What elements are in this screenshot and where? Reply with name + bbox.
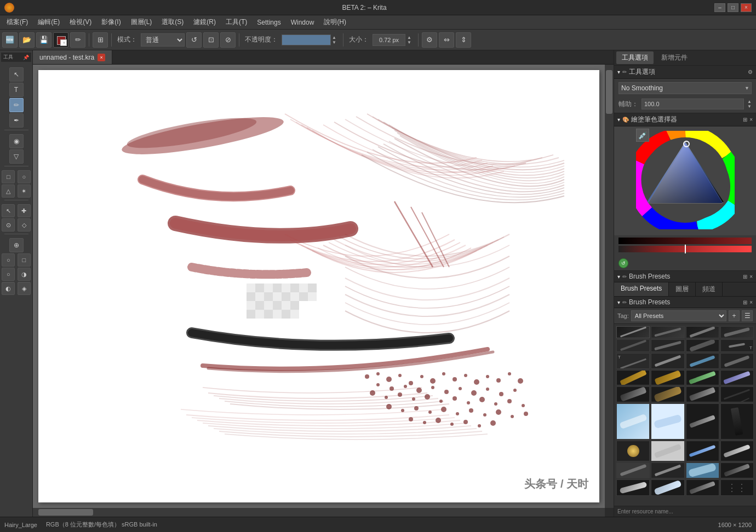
save-file-button[interactable]: 💾: [36, 32, 51, 48]
brush-preset-item[interactable]: [651, 370, 684, 385]
menu-settings[interactable]: Settings: [253, 18, 285, 27]
gradient-tool[interactable]: ▽: [9, 149, 24, 164]
rect-tool[interactable]: □: [2, 170, 15, 183]
brush-preset-item[interactable]: [686, 339, 719, 352]
tab-tool-options[interactable]: 工具選項: [616, 51, 654, 64]
menu-filter[interactable]: 濾鏡(R): [189, 16, 220, 28]
size-down[interactable]: ▼: [407, 40, 415, 45]
menu-window[interactable]: Window: [287, 18, 319, 27]
brush-preset-item[interactable]: [616, 339, 650, 352]
opacity-up[interactable]: ▲: [332, 35, 340, 40]
brush-preset-item[interactable]: [616, 386, 650, 403]
brush-tab-layers[interactable]: 圖層: [669, 282, 696, 296]
text-tool[interactable]: T: [9, 83, 24, 97]
brush-presets-close[interactable]: ×: [749, 274, 753, 280]
opacity-down[interactable]: ▼: [332, 40, 340, 45]
maximize-button[interactable]: □: [728, 3, 738, 12]
brush-preset-item[interactable]: [720, 462, 754, 479]
canvas-scroll-area[interactable]: 头条号 / 天时: [33, 65, 614, 517]
mirror-v-button[interactable]: ⇕: [456, 32, 471, 48]
brush-preset-item[interactable]: [651, 479, 684, 496]
fill-tool[interactable]: ◉: [9, 134, 24, 148]
cursor-tool[interactable]: ↖: [9, 67, 24, 82]
minimize-button[interactable]: –: [714, 3, 725, 12]
lock-alpha-button[interactable]: ⊡: [203, 32, 219, 48]
menu-tools[interactable]: 工具(T): [221, 16, 251, 28]
measure-tool[interactable]: ○: [2, 268, 15, 281]
brush-collapse-icon[interactable]: ▾: [617, 274, 620, 280]
move-tool[interactable]: ↖: [2, 204, 15, 217]
saturation-slider[interactable]: [618, 246, 752, 252]
bp-close[interactable]: ×: [749, 299, 753, 305]
brush-preset-item[interactable]: [686, 353, 719, 369]
brush-preset-item[interactable]: [651, 339, 684, 352]
brush-preset-item[interactable]: [686, 441, 719, 461]
assist-up[interactable]: ▲: [747, 99, 752, 104]
grid-button[interactable]: ⊞: [93, 32, 108, 48]
brush-tab-presets[interactable]: Brush Presets: [614, 282, 669, 296]
bezier-tool[interactable]: ◇: [18, 218, 31, 232]
brush-preset-item[interactable]: [651, 353, 684, 369]
vertical-scrollbar-thumb[interactable]: [606, 70, 612, 114]
new-file-button[interactable]: 🆕: [2, 32, 18, 48]
brush-preset-item[interactable]: [720, 370, 754, 385]
brush-preset-item[interactable]: [651, 386, 684, 403]
mirror-h-button[interactable]: ⇔: [439, 32, 454, 48]
menu-image[interactable]: 影像(I): [97, 16, 125, 28]
polygon-tool[interactable]: △: [2, 184, 15, 198]
menu-edit[interactable]: 編輯(E): [33, 16, 64, 28]
blend-mode-select[interactable]: 普通: [141, 33, 185, 47]
menu-file[interactable]: 檔案(F): [2, 16, 32, 28]
brush-preset-item[interactable]: [686, 386, 719, 403]
vertical-scrollbar[interactable]: [605, 65, 614, 508]
brush-preset-item[interactable]: [616, 403, 650, 440]
menu-view[interactable]: 檢視(V): [65, 16, 96, 28]
bp-collapse-icon[interactable]: ▾: [617, 299, 620, 305]
brush-preset-item[interactable]: [616, 370, 650, 385]
brush-preset-item[interactable]: [616, 326, 650, 338]
brush-preset-item[interactable]: T: [616, 353, 650, 369]
color-refresh-button[interactable]: ↺: [618, 258, 628, 268]
brush-tool[interactable]: ✏: [9, 98, 24, 112]
tag-select[interactable]: All Presets: [631, 310, 726, 321]
erase-button[interactable]: ⊘: [220, 32, 236, 48]
smoothing-select[interactable]: No Smoothing Basic Smoothing Weighted Sm…: [618, 82, 752, 94]
doc-tab-close[interactable]: ×: [98, 54, 105, 61]
assist-value-input[interactable]: 100.0: [642, 99, 744, 109]
brush-preset-item[interactable]: [651, 441, 684, 461]
brush-preset-item[interactable]: T: [720, 339, 754, 352]
brush-preset-item[interactable]: [616, 441, 650, 461]
zoom-tool[interactable]: ○: [2, 253, 15, 267]
eyedropper-icon-btn[interactable]: 💉: [636, 129, 649, 142]
tab-add-element[interactable]: 新增元件: [656, 51, 693, 64]
brush-preset-item[interactable]: [720, 403, 754, 440]
transform-tool[interactable]: ✚: [18, 204, 31, 217]
horizontal-scrollbar-thumb[interactable]: [38, 509, 93, 516]
horizontal-scrollbar[interactable]: [33, 508, 605, 517]
star-tool[interactable]: ✶: [18, 184, 31, 198]
opacity-slider[interactable]: [282, 34, 331, 45]
brush-preset-item[interactable]: [720, 441, 754, 461]
smart-patch-tool[interactable]: ◐: [2, 282, 15, 295]
brush-add-btn[interactable]: +: [729, 310, 740, 321]
brush-preset-item[interactable]: [651, 403, 684, 440]
menu-select[interactable]: 選取(S): [157, 16, 188, 28]
brush-preset-item[interactable]: [686, 462, 719, 479]
tool-options-config[interactable]: ⚙: [748, 69, 753, 75]
brush-preset-item[interactable]: ⋮⋮: [720, 479, 754, 496]
assistant-tool[interactable]: ◑: [18, 268, 31, 281]
brush-preset-item[interactable]: [720, 386, 754, 403]
crop-tool[interactable]: ⊙: [2, 218, 15, 232]
eyedropper-tool[interactable]: ⊕: [9, 238, 24, 252]
brush-preset-item[interactable]: [720, 326, 754, 338]
brush-tool-button[interactable]: ✏: [70, 32, 85, 48]
calligraphy-tool[interactable]: ✒: [9, 113, 24, 128]
brush-preset-item[interactable]: [616, 462, 650, 479]
color-picker-close[interactable]: ×: [749, 117, 753, 123]
brush-presets-expand[interactable]: ⊞: [743, 274, 747, 280]
brush-preset-item[interactable]: [686, 326, 719, 338]
color-wheel-svg[interactable]: [636, 131, 735, 229]
brush-menu-btn[interactable]: ☰: [742, 310, 753, 321]
brush-preset-item[interactable]: [686, 403, 719, 440]
menu-layer[interactable]: 圖層(L): [127, 16, 157, 28]
